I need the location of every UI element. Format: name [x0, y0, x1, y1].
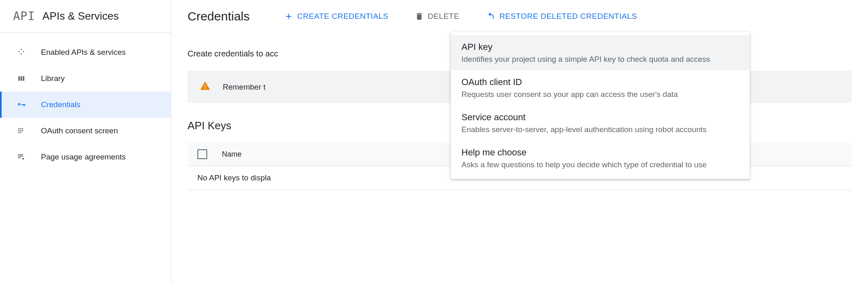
toolbar: CREATE CREDENTIALS DELETE RESTORE DELETE… [279, 8, 642, 25]
sidebar: API APIs & Services Enabled APIs & servi… [0, 0, 171, 283]
dropdown-item-oauth-client[interactable]: OAuth client ID Requests user consent so… [451, 70, 750, 106]
agreements-icon [16, 152, 26, 162]
sidebar-item-oauth-consent[interactable]: OAuth consent screen [0, 118, 171, 144]
create-credentials-dropdown: API key Identifies your project using a … [451, 32, 750, 179]
sidebar-item-credentials[interactable]: Credentials [0, 92, 171, 118]
library-icon [16, 74, 26, 83]
api-logo: API [13, 9, 35, 23]
plus-icon [284, 12, 293, 21]
sidebar-item-library[interactable]: Library [0, 65, 171, 92]
dropdown-item-desc: Enables server-to-server, app-level auth… [461, 125, 739, 134]
create-credentials-button[interactable]: CREATE CREDENTIALS [279, 9, 393, 24]
sidebar-nav: Enabled APIs & services Library Credenti… [0, 33, 171, 170]
dropdown-item-desc: Asks a few questions to help you decide … [461, 160, 739, 169]
sidebar-title: APIs & Services [43, 10, 119, 22]
dropdown-item-title: API key [461, 42, 739, 52]
dropdown-item-help-me-choose[interactable]: Help me choose Asks a few questions to h… [451, 141, 750, 176]
trash-icon [415, 12, 424, 21]
dropdown-item-title: Service account [461, 112, 739, 123]
key-icon [16, 100, 26, 110]
sidebar-item-label: OAuth consent screen [41, 126, 118, 135]
dropdown-item-api-key[interactable]: API key Identifies your project using a … [451, 35, 750, 70]
consent-icon [16, 126, 26, 136]
sidebar-item-label: Credentials [41, 100, 80, 109]
sidebar-item-label: Page usage agreements [41, 153, 126, 162]
delete-label: DELETE [428, 12, 459, 21]
restore-button[interactable]: RESTORE DELETED CREDENTIALS [481, 8, 642, 25]
warning-text: Remember t [223, 83, 266, 92]
delete-button[interactable]: DELETE [410, 9, 464, 24]
restore-label: RESTORE DELETED CREDENTIALS [500, 12, 637, 21]
main-content: Credentials CREATE CREDENTIALS DELETE [171, 0, 868, 283]
sidebar-header: API APIs & Services [0, 0, 171, 33]
restore-icon [486, 11, 495, 21]
dropdown-item-title: Help me choose [461, 147, 739, 158]
sidebar-item-label: Library [41, 74, 65, 83]
sidebar-item-label: Enabled APIs & services [41, 48, 126, 57]
page-title: Credentials [188, 9, 250, 23]
main-header: Credentials CREATE CREDENTIALS DELETE [188, 0, 852, 33]
warning-icon [200, 81, 210, 93]
create-label: CREATE CREDENTIALS [297, 12, 389, 21]
dropdown-item-service-account[interactable]: Service account Enables server-to-server… [451, 106, 750, 141]
diamond-icon [16, 47, 26, 57]
sidebar-item-page-usage[interactable]: Page usage agreements [0, 144, 171, 170]
dropdown-item-desc: Identifies your project using a simple A… [461, 55, 739, 64]
dropdown-item-title: OAuth client ID [461, 77, 739, 88]
dropdown-item-desc: Requests user consent so your app can ac… [461, 90, 739, 99]
sidebar-item-enabled-apis[interactable]: Enabled APIs & services [0, 39, 171, 65]
column-name: Name [222, 150, 242, 159]
select-all-checkbox[interactable] [197, 149, 207, 159]
